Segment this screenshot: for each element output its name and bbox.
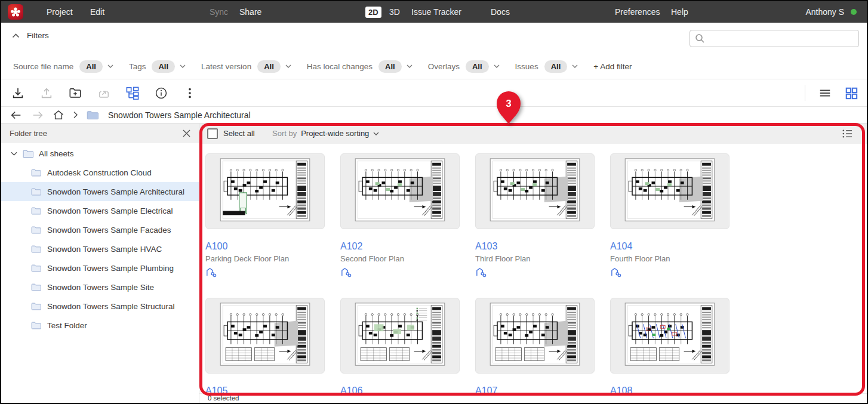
more-options-icon[interactable] [183, 87, 196, 100]
tree-item[interactable]: Snowdon Towers Sample Architectural [1, 182, 199, 201]
filters-collapse-toggle[interactable]: Filters [12, 31, 49, 40]
folder-icon [31, 302, 41, 310]
filter-chip-value[interactable]: All [544, 60, 568, 73]
grid-view-icon[interactable] [845, 87, 858, 100]
filter-chip[interactable]: Source file name All [13, 60, 113, 73]
search-input[interactable] [690, 30, 859, 47]
menu-preferences[interactable]: Preferences [615, 1, 660, 23]
folder-icon [31, 226, 41, 234]
filter-chip-label: Tags [129, 62, 146, 71]
sheet-code-link[interactable]: A104 [610, 241, 730, 252]
close-icon[interactable] [183, 129, 190, 137]
tree-item-label: Snowdon Towers Sample Architectural [47, 187, 184, 196]
filter-chips-row: Source file name All Tags All Latest ver… [1, 54, 867, 79]
chevron-down-icon [494, 64, 500, 68]
sheet-card[interactable]: A107 [475, 298, 595, 399]
top-menu-bar: Project Edit Sync Share 2D 3D Issue Trac… [1, 1, 867, 23]
add-folder-icon[interactable] [69, 87, 82, 100]
tree-item-label: Autodesk Construction Cloud [47, 168, 152, 177]
filters-label: Filters [27, 31, 49, 40]
tab-docs[interactable]: Docs [491, 1, 510, 23]
chevron-down-icon [373, 132, 379, 135]
sheet-title: Parking Deck Floor Plan [205, 254, 325, 263]
sheet-card[interactable]: A100 Parking Deck Floor Plan [205, 153, 325, 280]
sheet-code-link[interactable]: A102 [340, 241, 460, 252]
sheet-thumbnail[interactable] [205, 153, 325, 229]
breadcrumb-chevron-icon [73, 111, 78, 119]
add-filter-button[interactable]: + Add filter [593, 62, 632, 71]
app-window: Project Edit Sync Share 2D 3D Issue Trac… [0, 0, 868, 404]
info-icon[interactable] [155, 87, 168, 100]
folder-icon [31, 168, 41, 177]
sheet-code-link[interactable]: A100 [205, 241, 325, 252]
filter-chip-label: Issues [515, 62, 538, 71]
breadcrumb-folder-name[interactable]: Snowdon Towers Sample Architectural [108, 110, 251, 120]
sort-value: Project-wide sorting [301, 129, 369, 138]
folder-tree-icon[interactable] [126, 87, 139, 100]
sheet-thumbnail[interactable] [205, 298, 325, 374]
tree-item[interactable]: Snowdon Towers Sample Facades [1, 220, 199, 239]
filter-chip[interactable]: Overlays All [428, 60, 500, 73]
sheet-thumbnail[interactable] [610, 298, 730, 374]
tree-item[interactable]: Snowdon Towers Sample Site [1, 277, 199, 297]
sheet-card[interactable]: A103 Third Floor Plan [475, 153, 595, 280]
filter-chip-value[interactable]: All [79, 60, 103, 73]
sort-dropdown[interactable]: Sort by Project-wide sorting [272, 129, 379, 138]
select-all-label[interactable]: Select all [223, 129, 255, 138]
filters-bar: Filters [1, 23, 867, 54]
sheet-code-link[interactable]: A103 [475, 241, 595, 252]
home-icon[interactable] [53, 109, 64, 121]
tree-item[interactable]: Snowdon Towers Sample Electrical [1, 201, 199, 220]
filter-chip-value[interactable]: All [466, 60, 489, 73]
filter-chip[interactable]: Has local changes All [307, 60, 413, 73]
sheet-thumbnail[interactable] [340, 153, 460, 229]
folder-tree-header: Folder tree [1, 124, 199, 143]
sheet-aligned-icon [475, 267, 595, 280]
list-details-icon[interactable] [842, 128, 853, 141]
download-icon[interactable] [11, 87, 24, 100]
filter-chip[interactable]: Tags All [129, 60, 186, 73]
tree-item[interactable]: Autodesk Construction Cloud [1, 163, 199, 182]
menu-help[interactable]: Help [671, 1, 688, 23]
filter-chip[interactable]: Issues All [515, 60, 578, 73]
menu-edit[interactable]: Edit [90, 1, 104, 23]
select-all-checkbox[interactable] [207, 128, 218, 139]
tree-item[interactable]: Snowdon Towers Sample Structural [1, 297, 199, 316]
filter-chip-value[interactable]: All [378, 60, 402, 73]
menu-share[interactable]: Share [239, 1, 261, 23]
filter-chip[interactable]: Latest version All [201, 60, 291, 73]
filter-chip-value[interactable]: All [152, 60, 175, 73]
sheet-card[interactable]: A105 [205, 298, 325, 399]
folder-icon [87, 110, 99, 120]
sheet-aligned-icon [340, 267, 460, 280]
tree-item[interactable]: Test Folder [1, 316, 199, 335]
sheet-thumbnail[interactable] [340, 298, 460, 374]
upload-icon [40, 87, 53, 100]
chevron-down-icon [107, 64, 113, 68]
tree-item-all-sheets[interactable]: All sheets [1, 144, 199, 163]
back-icon[interactable] [10, 110, 23, 121]
sheet-aligned-icon [205, 267, 325, 280]
tree-item[interactable]: Snowdon Towers Sample Plumbing [1, 258, 199, 277]
sheet-card[interactable]: A102 Second Floor Plan [340, 153, 460, 280]
sheet-thumbnail[interactable] [610, 153, 730, 229]
menu-project[interactable]: Project [47, 1, 73, 23]
tab-3d[interactable]: 3D [389, 1, 400, 23]
filter-chip-value[interactable]: All [257, 60, 281, 73]
list-view-icon[interactable] [818, 87, 832, 100]
sheet-card[interactable]: A104 Fourth Floor Plan [610, 153, 730, 280]
toolbar-right [805, 79, 858, 107]
sheet-thumbnail[interactable] [475, 298, 595, 374]
sheet-thumbnail[interactable] [475, 153, 595, 229]
folder-tree: All sheets Autodesk Construction Cloud S… [1, 144, 199, 335]
user-menu[interactable]: Anthony S [805, 1, 844, 23]
folder-tree-panel: Folder tree All sheets Autodesk Construc… [1, 124, 199, 403]
sheet-card[interactable]: A108 [610, 298, 730, 399]
tab-issue-tracker[interactable]: Issue Tracker [411, 1, 461, 23]
tree-item-label: Snowdon Towers Sample Site [47, 283, 154, 292]
tree-item[interactable]: Snowdon Towers Sample HVAC [1, 239, 199, 258]
chevron-up-icon [12, 33, 20, 38]
chevron-down-icon [11, 152, 17, 156]
sheet-card[interactable]: A106 [340, 298, 460, 399]
tab-2d-active[interactable]: 2D [365, 7, 381, 18]
